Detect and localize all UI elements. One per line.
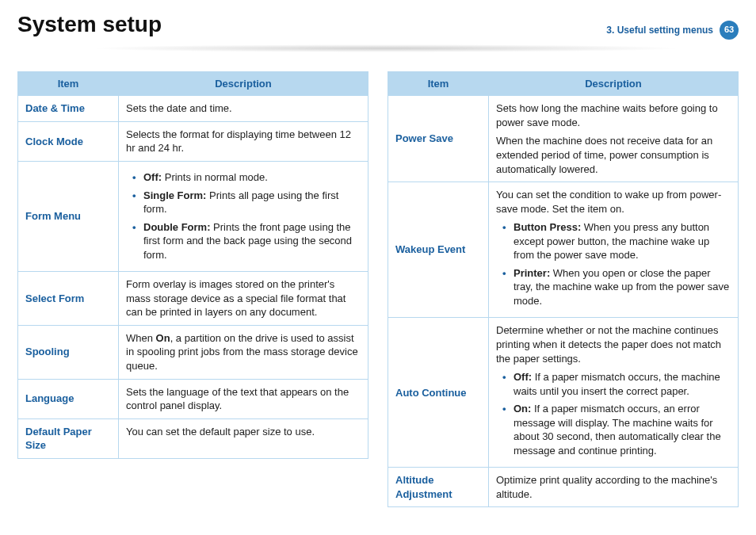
item-altitude-adjustment: Altitude Adjustment — [388, 468, 489, 507]
auto-continue-list: Off: If a paper mismatch occurs, the mac… — [496, 370, 731, 457]
col-header-desc: Description — [489, 71, 739, 96]
item-date-time: Date & Time — [18, 96, 119, 122]
item-auto-continue: Auto Continue — [388, 318, 489, 468]
bold-auto-on: On: — [514, 403, 531, 415]
desc-power-save: Sets how long the machine waits before g… — [489, 96, 739, 182]
desc-wakeup-event: You can set the condition to wake up fro… — [489, 182, 739, 318]
desc-select-form: Form overlay is images stored on the pri… — [119, 272, 368, 326]
bold-auto-off: Off: — [514, 371, 532, 383]
table-header-row: Item Description — [388, 71, 739, 96]
item-wakeup-event: Wakeup Event — [388, 182, 489, 318]
breadcrumb: 3. Useful setting menus 63 — [606, 21, 739, 40]
item-default-paper-size: Default Paper Size — [18, 418, 119, 458]
table-row: Form Menu Off: Prints in normal mode. Si… — [18, 161, 368, 271]
text-auto-on: If a paper mismatch occurs, an error mes… — [514, 403, 721, 457]
list-item: Button Press: When you press any button … — [506, 220, 731, 262]
item-form-menu: Form Menu — [18, 161, 119, 271]
table-row: Spooling When On, a partition on the dri… — [18, 325, 368, 379]
left-column: Item Description Date & Time Sets the da… — [17, 71, 368, 508]
desc-auto-continue: Determine whether or not the machine con… — [489, 318, 739, 468]
col-header-item: Item — [388, 71, 489, 96]
text-power-p2: When the machine does not receive data f… — [496, 134, 731, 176]
desc-spooling: When On, a partition on the drive is use… — [119, 325, 368, 379]
content-columns: Item Description Date & Time Sets the da… — [17, 71, 739, 508]
text-auto-off: If a paper mismatch occurs, the machine … — [514, 371, 720, 397]
desc-date-time: Sets the date and time. — [119, 96, 368, 122]
header-shadow — [89, 44, 683, 52]
table-header-row: Item Description — [18, 71, 368, 96]
item-select-form: Select Form — [18, 272, 119, 326]
list-item: Printer: When you open or close the pape… — [506, 266, 731, 308]
table-row: Auto Continue Determine whether or not t… — [388, 318, 739, 468]
page-root: System setup 3. Useful setting menus 63 … — [0, 0, 756, 507]
table-row: Wakeup Event You can set the condition t… — [388, 182, 739, 318]
item-clock-mode: Clock Mode — [18, 121, 119, 161]
table-row: Date & Time Sets the date and time. — [18, 96, 368, 122]
right-table: Item Description Power Save Sets how lon… — [388, 71, 739, 508]
desc-default-paper-size: You can set the default paper size to us… — [119, 418, 368, 458]
form-menu-list: Off: Prints in normal mode. Single Form:… — [126, 170, 361, 262]
list-item: On: If a paper mismatch occurs, an error… — [506, 402, 731, 457]
text-wake-intro: You can set the condition to wake up fro… — [496, 188, 731, 216]
text-power-p1: Sets how long the machine waits before g… — [496, 101, 731, 129]
desc-language: Sets the language of the text that appea… — [119, 379, 368, 418]
col-header-desc: Description — [119, 71, 368, 96]
text-off: Prints in normal mode. — [162, 171, 268, 183]
wakeup-list: Button Press: When you press any button … — [496, 220, 731, 308]
page-header: System setup 3. Useful setting menus 63 — [17, 10, 739, 40]
table-row: Default Paper Size You can set the defau… — [18, 418, 368, 458]
desc-form-menu: Off: Prints in normal mode. Single Form:… — [119, 161, 368, 271]
bold-off: Off: — [143, 171, 162, 183]
bold-double: Double Form: — [143, 221, 211, 233]
page-number-badge: 63 — [720, 21, 739, 40]
text-auto-intro: Determine whether or not the machine con… — [496, 323, 731, 365]
bold-printer: Printer: — [514, 267, 550, 279]
left-table: Item Description Date & Time Sets the da… — [17, 71, 368, 459]
chapter-label: 3. Useful setting menus — [606, 24, 713, 36]
list-item: Single Form: Prints all page using the f… — [136, 189, 361, 216]
desc-altitude-adjustment: Optimize print quality according to the … — [489, 468, 739, 507]
list-item: Off: If a paper mismatch occurs, the mac… — [506, 370, 731, 398]
item-spooling: Spooling — [18, 325, 119, 379]
col-header-item: Item — [18, 71, 119, 96]
table-row: Clock Mode Selects the format for displa… — [18, 121, 368, 161]
item-language: Language — [18, 379, 119, 418]
table-row: Power Save Sets how long the machine wai… — [388, 96, 739, 182]
list-item: Off: Prints in normal mode. — [136, 170, 361, 185]
bold-single: Single Form: — [143, 189, 206, 201]
bold-button-press: Button Press: — [514, 221, 584, 233]
text-spool-pre: When — [126, 332, 156, 344]
desc-clock-mode: Selects the format for displaying time b… — [119, 121, 368, 161]
right-column: Item Description Power Save Sets how lon… — [388, 71, 739, 508]
table-row: Language Sets the language of the text t… — [18, 379, 368, 418]
bold-spool-on: On — [156, 332, 170, 344]
page-title: System setup — [17, 10, 162, 40]
item-power-save: Power Save — [388, 96, 489, 182]
table-row: Altitude Adjustment Optimize print quali… — [388, 468, 739, 507]
list-item: Double Form: Prints the front page using… — [136, 220, 361, 262]
table-row: Select Form Form overlay is images store… — [18, 272, 368, 326]
